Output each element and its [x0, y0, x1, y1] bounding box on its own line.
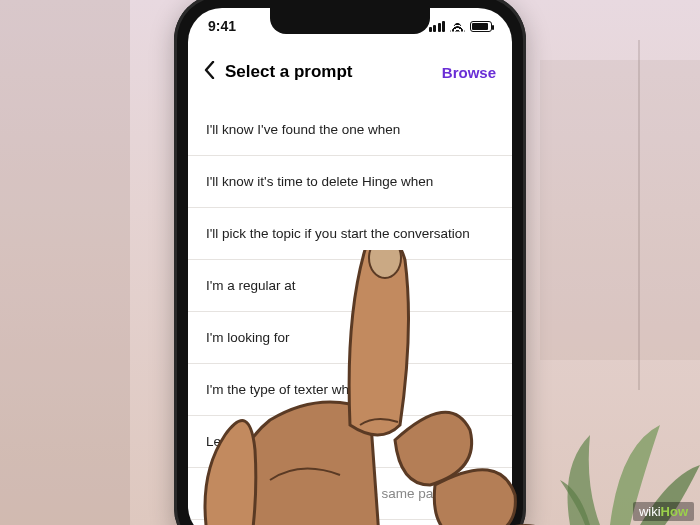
status-indicators: [429, 21, 493, 32]
watermark-prefix: wiki: [639, 504, 661, 519]
nav-header: Select a prompt Browse: [188, 52, 512, 92]
prompt-list[interactable]: I'll know I've found the one when I'll k…: [188, 104, 512, 525]
background-building-right: [540, 60, 700, 360]
cellular-signal-icon: [429, 21, 446, 32]
wikihow-watermark: wikiHow: [633, 502, 694, 521]
prompt-row[interactable]: I'm a regular at: [188, 260, 512, 312]
background-building-left: [0, 0, 130, 525]
prompt-row[interactable]: I'm the type of texter who: [188, 364, 512, 416]
chevron-left-icon: [204, 61, 215, 79]
prompt-row[interactable]: Let's debate this topic: [188, 416, 512, 468]
prompt-row[interactable]: Let's make sure we're on the same page a…: [188, 468, 512, 520]
phone-notch: [270, 8, 430, 34]
prompt-row[interactable]: I'll know I've found the one when: [188, 104, 512, 156]
phone-frame: 9:41 Select a prompt Browse I'll know I'…: [174, 0, 526, 525]
background-pole: [638, 40, 640, 390]
watermark-suffix: How: [661, 504, 688, 519]
prompt-row[interactable]: I'll pick the topic if you start the con…: [188, 208, 512, 260]
prompt-row[interactable]: I'll know it's time to delete Hinge when: [188, 156, 512, 208]
battery-icon: [470, 21, 492, 32]
wifi-icon: [450, 21, 465, 32]
phone-screen: 9:41 Select a prompt Browse I'll know I'…: [188, 8, 512, 525]
back-button[interactable]: [204, 61, 215, 83]
browse-button[interactable]: Browse: [442, 64, 496, 81]
prompt-row[interactable]: I'm looking for: [188, 312, 512, 364]
page-title: Select a prompt: [225, 62, 432, 82]
illustration-canvas: 9:41 Select a prompt Browse I'll know I'…: [0, 0, 700, 525]
status-time: 9:41: [208, 18, 236, 34]
